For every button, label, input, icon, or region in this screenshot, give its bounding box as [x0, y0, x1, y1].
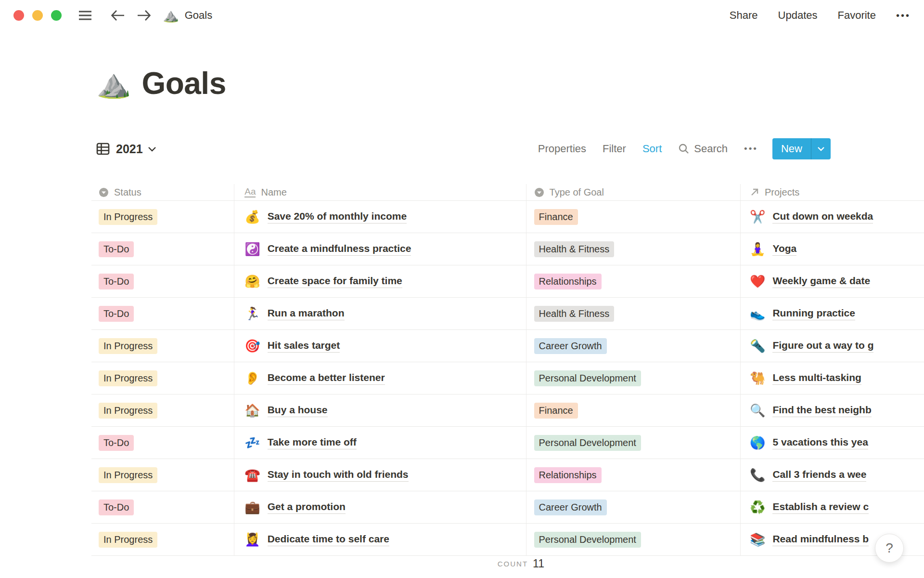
status-cell[interactable]: To-Do	[91, 298, 234, 329]
view-switcher[interactable]: 2021	[96, 142, 156, 156]
type-of-goal-cell[interactable]: Personal Development	[526, 362, 741, 394]
status-cell[interactable]: To-Do	[91, 233, 234, 265]
goal-title-link[interactable]: Save 20% of monthly income	[268, 210, 407, 223]
column-header-type-of-goal[interactable]: Type of Goal	[526, 184, 741, 200]
goal-title-link[interactable]: Create space for family time	[268, 275, 402, 288]
new-button-dropdown[interactable]	[811, 146, 831, 151]
status-cell[interactable]: In Progress	[91, 330, 234, 362]
status-cell[interactable]: In Progress	[91, 362, 234, 394]
forward-arrow-icon[interactable]	[137, 9, 151, 22]
projects-cell[interactable]: 🧘‍♀️ Yoga	[741, 233, 924, 265]
page-emoji-icon[interactable]: ⛰️	[96, 69, 131, 97]
type-of-goal-cell[interactable]: Finance	[526, 201, 741, 233]
project-link[interactable]: Read mindfulness b	[772, 533, 869, 546]
status-cell[interactable]: In Progress	[91, 459, 234, 491]
type-of-goal-cell[interactable]: Health & Fitness	[526, 298, 741, 329]
projects-cell[interactable]: 📞 Call 3 friends a wee	[741, 459, 924, 491]
type-of-goal-cell[interactable]: Relationships	[526, 459, 741, 491]
goal-title-link[interactable]: Create a mindfulness practice	[268, 243, 411, 256]
project-link[interactable]: Weekly game & date	[772, 275, 870, 288]
projects-cell[interactable]: ♻️ Establish a review c	[741, 491, 924, 523]
type-of-goal-cell[interactable]: Personal Development	[526, 524, 741, 555]
table-row: To-Do 💤 Take more time off Personal Deve…	[91, 427, 924, 459]
sort-button[interactable]: Sort	[642, 143, 662, 155]
new-button[interactable]: New	[772, 138, 811, 159]
project-link[interactable]: 5 vacations this yea	[772, 436, 868, 449]
goal-title-link[interactable]: Get a promotion	[268, 501, 346, 514]
table-header-row: Status Aa Name Type of Goal Projects	[91, 184, 924, 201]
name-cell[interactable]: 🤗 Create space for family time	[234, 265, 526, 297]
goal-title-link[interactable]: Hit sales target	[268, 340, 340, 353]
goal-title-link[interactable]: Become a better listener	[268, 372, 385, 385]
status-cell[interactable]: In Progress	[91, 201, 234, 233]
project-link[interactable]: Establish a review c	[772, 501, 869, 514]
type-of-goal-cell[interactable]: Personal Development	[526, 427, 741, 459]
status-cell[interactable]: To-Do	[91, 427, 234, 459]
more-options-icon[interactable]: •••	[896, 10, 911, 21]
help-button[interactable]: ?	[875, 534, 904, 563]
type-of-goal-cell[interactable]: Relationships	[526, 265, 741, 297]
projects-cell[interactable]: 🌎 5 vacations this yea	[741, 427, 924, 459]
goal-title-link[interactable]: Run a marathon	[268, 307, 345, 320]
database-toolbar: 2021 Properties Filter Sort Search ••• N…	[96, 136, 831, 161]
status-cell[interactable]: In Progress	[91, 394, 234, 426]
projects-cell[interactable]: 👟 Running practice	[741, 298, 924, 329]
column-header-name[interactable]: Aa Name	[234, 184, 526, 200]
table-body: In Progress 💰 Save 20% of monthly income…	[91, 201, 924, 556]
type-of-goal-cell[interactable]: Career Growth	[526, 330, 741, 362]
project-link[interactable]: Call 3 friends a wee	[772, 469, 866, 482]
type-of-goal-cell[interactable]: Health & Fitness	[526, 233, 741, 265]
project-link[interactable]: Running practice	[772, 307, 855, 320]
project-link[interactable]: Yoga	[772, 243, 796, 256]
name-cell[interactable]: 💤 Take more time off	[234, 427, 526, 459]
goal-title-link[interactable]: Buy a house	[268, 404, 328, 417]
name-cell[interactable]: 💰 Save 20% of monthly income	[234, 201, 526, 233]
status-badge: To-Do	[99, 306, 134, 322]
status-cell[interactable]: To-Do	[91, 265, 234, 297]
projects-cell[interactable]: 🐫 Less multi-tasking	[741, 362, 924, 394]
search-button[interactable]: Search	[678, 143, 728, 155]
projects-cell[interactable]: 🔦 Figure out a way to g	[741, 330, 924, 362]
goal-emoji-icon: 💰	[244, 210, 260, 223]
name-cell[interactable]: 👂 Become a better listener	[234, 362, 526, 394]
back-arrow-icon[interactable]	[111, 9, 125, 22]
type-of-goal-cell[interactable]: Finance	[526, 394, 741, 426]
share-button[interactable]: Share	[730, 9, 758, 22]
close-window-button[interactable]	[13, 10, 24, 21]
minimize-window-button[interactable]	[32, 10, 43, 21]
sidebar-toggle-icon[interactable]	[78, 10, 92, 21]
status-cell[interactable]: In Progress	[91, 524, 234, 555]
name-cell[interactable]: 🏠 Buy a house	[234, 394, 526, 426]
projects-cell[interactable]: ❤️ Weekly game & date	[741, 265, 924, 297]
column-header-status[interactable]: Status	[91, 184, 234, 200]
table-footer-count[interactable]: COUNT 11	[242, 550, 544, 577]
name-cell[interactable]: 🏃‍♀️ Run a marathon	[234, 298, 526, 329]
goal-title-link[interactable]: Stay in touch with old friends	[268, 469, 409, 482]
toolbar-more-icon[interactable]: •••	[744, 144, 758, 154]
filter-button[interactable]: Filter	[603, 143, 626, 155]
project-link[interactable]: Figure out a way to g	[772, 340, 873, 353]
name-cell[interactable]: 🎯 Hit sales target	[234, 330, 526, 362]
page-title[interactable]: Goals	[141, 66, 226, 101]
goal-title-link[interactable]: Take more time off	[268, 436, 357, 449]
breadcrumb-doc-title[interactable]: Goals	[185, 9, 212, 22]
window-titlebar: ⛰️ Goals Share Updates Favorite •••	[0, 0, 924, 31]
project-link[interactable]: Cut down on weekda	[772, 210, 873, 223]
project-link[interactable]: Less multi-tasking	[772, 372, 861, 385]
goal-title-link[interactable]: Dedicate time to self care	[268, 533, 389, 546]
column-header-projects[interactable]: Projects	[741, 184, 924, 200]
updates-button[interactable]: Updates	[778, 9, 818, 22]
name-cell[interactable]: ☎️ Stay in touch with old friends	[234, 459, 526, 491]
type-badge: Relationships	[534, 274, 602, 289]
traffic-lights	[13, 10, 62, 21]
favorite-button[interactable]: Favorite	[838, 9, 876, 22]
name-cell[interactable]: ☯️ Create a mindfulness practice	[234, 233, 526, 265]
type-of-goal-cell[interactable]: Career Growth	[526, 491, 741, 523]
status-cell[interactable]: To-Do	[91, 491, 234, 523]
name-cell[interactable]: 💼 Get a promotion	[234, 491, 526, 523]
projects-cell[interactable]: ✂️ Cut down on weekda	[741, 201, 924, 233]
project-link[interactable]: Find the best neighb	[772, 404, 871, 417]
zoom-window-button[interactable]	[51, 10, 62, 21]
properties-button[interactable]: Properties	[538, 143, 586, 155]
projects-cell[interactable]: 🔍 Find the best neighb	[741, 394, 924, 426]
